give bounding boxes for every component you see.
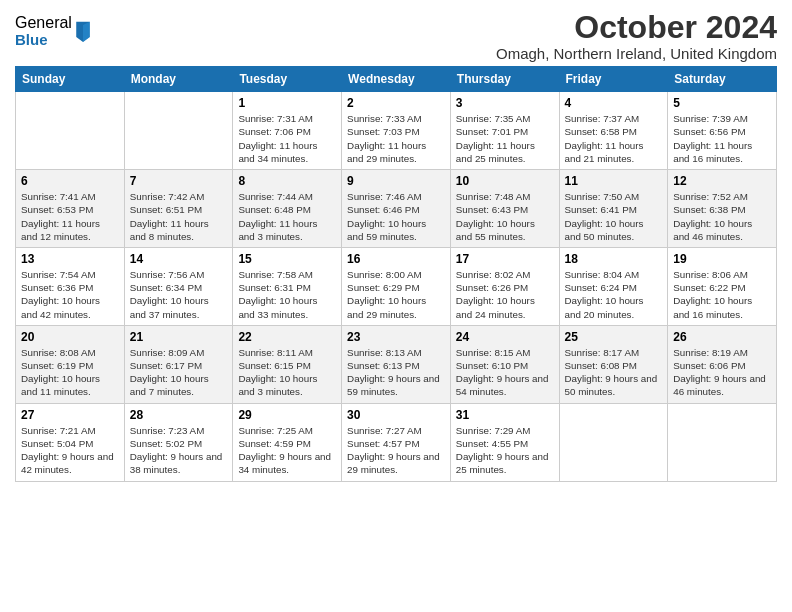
calendar-week-5: 27Sunrise: 7:21 AM Sunset: 5:04 PM Dayli… bbox=[16, 403, 777, 481]
calendar-cell: 3Sunrise: 7:35 AM Sunset: 7:01 PM Daylig… bbox=[450, 92, 559, 170]
day-detail: Sunrise: 8:15 AM Sunset: 6:10 PM Dayligh… bbox=[456, 346, 554, 399]
header-friday: Friday bbox=[559, 67, 668, 92]
calendar-cell: 22Sunrise: 8:11 AM Sunset: 6:15 PM Dayli… bbox=[233, 325, 342, 403]
calendar-cell bbox=[559, 403, 668, 481]
day-detail: Sunrise: 8:00 AM Sunset: 6:29 PM Dayligh… bbox=[347, 268, 445, 321]
calendar-body: 1Sunrise: 7:31 AM Sunset: 7:06 PM Daylig… bbox=[16, 92, 777, 481]
day-number: 11 bbox=[565, 174, 663, 188]
calendar-cell: 30Sunrise: 7:27 AM Sunset: 4:57 PM Dayli… bbox=[342, 403, 451, 481]
day-number: 18 bbox=[565, 252, 663, 266]
logo-blue: Blue bbox=[15, 32, 72, 49]
calendar-cell: 9Sunrise: 7:46 AM Sunset: 6:46 PM Daylig… bbox=[342, 170, 451, 248]
day-detail: Sunrise: 8:02 AM Sunset: 6:26 PM Dayligh… bbox=[456, 268, 554, 321]
calendar-cell: 8Sunrise: 7:44 AM Sunset: 6:48 PM Daylig… bbox=[233, 170, 342, 248]
calendar-week-1: 1Sunrise: 7:31 AM Sunset: 7:06 PM Daylig… bbox=[16, 92, 777, 170]
calendar-week-4: 20Sunrise: 8:08 AM Sunset: 6:19 PM Dayli… bbox=[16, 325, 777, 403]
calendar-cell: 24Sunrise: 8:15 AM Sunset: 6:10 PM Dayli… bbox=[450, 325, 559, 403]
day-number: 7 bbox=[130, 174, 228, 188]
day-number: 24 bbox=[456, 330, 554, 344]
day-number: 4 bbox=[565, 96, 663, 110]
day-detail: Sunrise: 7:42 AM Sunset: 6:51 PM Dayligh… bbox=[130, 190, 228, 243]
calendar-cell: 4Sunrise: 7:37 AM Sunset: 6:58 PM Daylig… bbox=[559, 92, 668, 170]
day-number: 29 bbox=[238, 408, 336, 422]
day-number: 2 bbox=[347, 96, 445, 110]
page: General Blue October 2024 Omagh, Norther… bbox=[0, 0, 792, 612]
day-detail: Sunrise: 7:52 AM Sunset: 6:38 PM Dayligh… bbox=[673, 190, 771, 243]
day-number: 9 bbox=[347, 174, 445, 188]
day-detail: Sunrise: 7:44 AM Sunset: 6:48 PM Dayligh… bbox=[238, 190, 336, 243]
header-thursday: Thursday bbox=[450, 67, 559, 92]
calendar-cell: 5Sunrise: 7:39 AM Sunset: 6:56 PM Daylig… bbox=[668, 92, 777, 170]
header-tuesday: Tuesday bbox=[233, 67, 342, 92]
calendar-cell: 29Sunrise: 7:25 AM Sunset: 4:59 PM Dayli… bbox=[233, 403, 342, 481]
day-detail: Sunrise: 7:21 AM Sunset: 5:04 PM Dayligh… bbox=[21, 424, 119, 477]
day-number: 3 bbox=[456, 96, 554, 110]
day-detail: Sunrise: 7:50 AM Sunset: 6:41 PM Dayligh… bbox=[565, 190, 663, 243]
header-monday: Monday bbox=[124, 67, 233, 92]
day-number: 1 bbox=[238, 96, 336, 110]
day-detail: Sunrise: 7:54 AM Sunset: 6:36 PM Dayligh… bbox=[21, 268, 119, 321]
day-number: 19 bbox=[673, 252, 771, 266]
day-number: 27 bbox=[21, 408, 119, 422]
calendar-cell: 17Sunrise: 8:02 AM Sunset: 6:26 PM Dayli… bbox=[450, 247, 559, 325]
calendar-cell: 1Sunrise: 7:31 AM Sunset: 7:06 PM Daylig… bbox=[233, 92, 342, 170]
calendar-cell bbox=[668, 403, 777, 481]
day-detail: Sunrise: 7:25 AM Sunset: 4:59 PM Dayligh… bbox=[238, 424, 336, 477]
calendar-cell: 10Sunrise: 7:48 AM Sunset: 6:43 PM Dayli… bbox=[450, 170, 559, 248]
day-number: 8 bbox=[238, 174, 336, 188]
day-number: 30 bbox=[347, 408, 445, 422]
day-detail: Sunrise: 7:48 AM Sunset: 6:43 PM Dayligh… bbox=[456, 190, 554, 243]
calendar-cell: 23Sunrise: 8:13 AM Sunset: 6:13 PM Dayli… bbox=[342, 325, 451, 403]
day-detail: Sunrise: 7:37 AM Sunset: 6:58 PM Dayligh… bbox=[565, 112, 663, 165]
day-number: 26 bbox=[673, 330, 771, 344]
calendar-cell: 16Sunrise: 8:00 AM Sunset: 6:29 PM Dayli… bbox=[342, 247, 451, 325]
logo: General Blue bbox=[15, 14, 92, 48]
calendar-cell bbox=[124, 92, 233, 170]
day-number: 13 bbox=[21, 252, 119, 266]
day-number: 12 bbox=[673, 174, 771, 188]
day-detail: Sunrise: 7:27 AM Sunset: 4:57 PM Dayligh… bbox=[347, 424, 445, 477]
day-number: 10 bbox=[456, 174, 554, 188]
calendar-week-3: 13Sunrise: 7:54 AM Sunset: 6:36 PM Dayli… bbox=[16, 247, 777, 325]
title-block: October 2024 Omagh, Northern Ireland, Un… bbox=[496, 10, 777, 62]
day-detail: Sunrise: 7:56 AM Sunset: 6:34 PM Dayligh… bbox=[130, 268, 228, 321]
header: General Blue October 2024 Omagh, Norther… bbox=[15, 10, 777, 62]
calendar-table: Sunday Monday Tuesday Wednesday Thursday… bbox=[15, 66, 777, 481]
calendar-cell: 20Sunrise: 8:08 AM Sunset: 6:19 PM Dayli… bbox=[16, 325, 125, 403]
calendar-cell: 12Sunrise: 7:52 AM Sunset: 6:38 PM Dayli… bbox=[668, 170, 777, 248]
calendar-cell: 13Sunrise: 7:54 AM Sunset: 6:36 PM Dayli… bbox=[16, 247, 125, 325]
day-detail: Sunrise: 7:31 AM Sunset: 7:06 PM Dayligh… bbox=[238, 112, 336, 165]
calendar-cell: 26Sunrise: 8:19 AM Sunset: 6:06 PM Dayli… bbox=[668, 325, 777, 403]
day-detail: Sunrise: 7:58 AM Sunset: 6:31 PM Dayligh… bbox=[238, 268, 336, 321]
calendar-cell: 2Sunrise: 7:33 AM Sunset: 7:03 PM Daylig… bbox=[342, 92, 451, 170]
day-number: 21 bbox=[130, 330, 228, 344]
calendar-header: Sunday Monday Tuesday Wednesday Thursday… bbox=[16, 67, 777, 92]
day-detail: Sunrise: 8:06 AM Sunset: 6:22 PM Dayligh… bbox=[673, 268, 771, 321]
calendar-cell: 7Sunrise: 7:42 AM Sunset: 6:51 PM Daylig… bbox=[124, 170, 233, 248]
day-detail: Sunrise: 8:11 AM Sunset: 6:15 PM Dayligh… bbox=[238, 346, 336, 399]
day-detail: Sunrise: 7:29 AM Sunset: 4:55 PM Dayligh… bbox=[456, 424, 554, 477]
header-sunday: Sunday bbox=[16, 67, 125, 92]
svg-marker-1 bbox=[83, 22, 90, 42]
day-detail: Sunrise: 7:35 AM Sunset: 7:01 PM Dayligh… bbox=[456, 112, 554, 165]
calendar-cell: 14Sunrise: 7:56 AM Sunset: 6:34 PM Dayli… bbox=[124, 247, 233, 325]
day-detail: Sunrise: 7:41 AM Sunset: 6:53 PM Dayligh… bbox=[21, 190, 119, 243]
header-wednesday: Wednesday bbox=[342, 67, 451, 92]
day-detail: Sunrise: 8:04 AM Sunset: 6:24 PM Dayligh… bbox=[565, 268, 663, 321]
day-number: 20 bbox=[21, 330, 119, 344]
logo-icon bbox=[74, 20, 92, 42]
day-number: 22 bbox=[238, 330, 336, 344]
day-detail: Sunrise: 8:17 AM Sunset: 6:08 PM Dayligh… bbox=[565, 346, 663, 399]
day-number: 5 bbox=[673, 96, 771, 110]
calendar-cell bbox=[16, 92, 125, 170]
day-detail: Sunrise: 8:08 AM Sunset: 6:19 PM Dayligh… bbox=[21, 346, 119, 399]
day-detail: Sunrise: 8:19 AM Sunset: 6:06 PM Dayligh… bbox=[673, 346, 771, 399]
calendar-cell: 27Sunrise: 7:21 AM Sunset: 5:04 PM Dayli… bbox=[16, 403, 125, 481]
day-detail: Sunrise: 7:33 AM Sunset: 7:03 PM Dayligh… bbox=[347, 112, 445, 165]
day-number: 14 bbox=[130, 252, 228, 266]
month-title: October 2024 bbox=[496, 10, 777, 45]
calendar-cell: 6Sunrise: 7:41 AM Sunset: 6:53 PM Daylig… bbox=[16, 170, 125, 248]
calendar-cell: 28Sunrise: 7:23 AM Sunset: 5:02 PM Dayli… bbox=[124, 403, 233, 481]
day-number: 25 bbox=[565, 330, 663, 344]
day-number: 16 bbox=[347, 252, 445, 266]
